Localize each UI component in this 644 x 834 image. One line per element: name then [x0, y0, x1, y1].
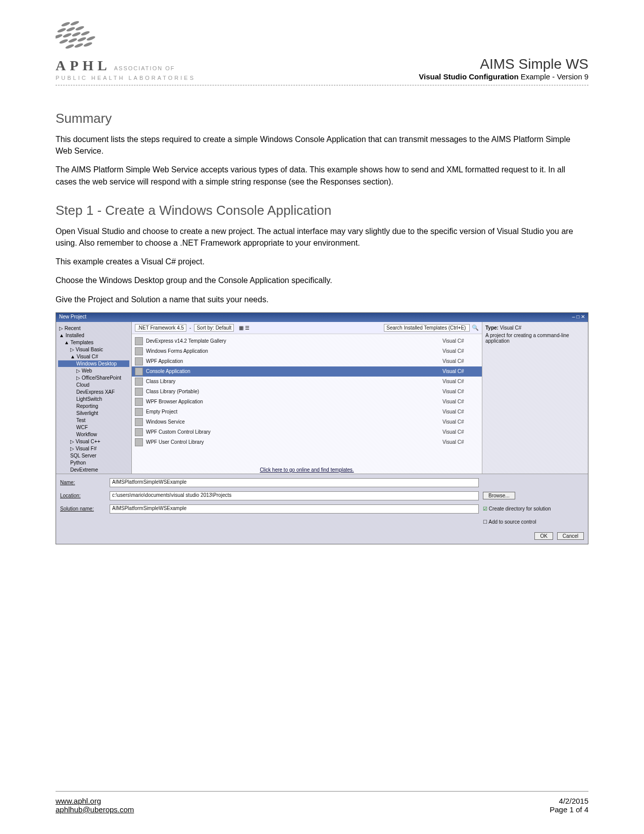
summary-p1: This document lists the steps required t…	[56, 133, 588, 157]
window-controls[interactable]: – □ ✕	[572, 314, 585, 321]
framework-selector[interactable]: .NET Framework 4.5	[135, 324, 186, 332]
solution-name-label: Solution name:	[60, 506, 106, 512]
template-row[interactable]: WPF User Control LibraryVisual C#	[132, 437, 482, 447]
template-list[interactable]: DevExpress v14.2 Template GalleryVisual …	[132, 334, 482, 466]
footer-email[interactable]: aphlhub@uberops.com	[56, 805, 134, 814]
svg-point-1	[70, 20, 80, 26]
svg-point-13	[65, 43, 75, 50]
template-row[interactable]: Windows Forms ApplicationVisual C#	[132, 346, 482, 356]
detail-description: A project for creating a command-line ap…	[485, 333, 585, 344]
online-templates-link[interactable]: Click here to go online and find templat…	[132, 466, 482, 474]
tree-cloud[interactable]: Cloud	[58, 382, 129, 388]
summary-heading: Summary	[56, 111, 588, 126]
create-dir-checkbox[interactable]: Create directory for solution	[483, 506, 551, 512]
template-detail-panel: Type: Visual C# A project for creating a…	[482, 322, 588, 474]
svg-point-12	[86, 35, 96, 41]
tree-office[interactable]: ▷ Office/SharePoint	[58, 375, 129, 381]
tree-lightswitch[interactable]: LightSwitch	[58, 396, 129, 402]
template-row[interactable]: WPF ApplicationVisual C#	[132, 356, 482, 366]
svg-point-3	[66, 26, 76, 32]
template-row[interactable]: Class Library (Portable)Visual C#	[132, 387, 482, 397]
tree-windows-desktop[interactable]: Windows Desktop	[58, 360, 129, 367]
svg-point-4	[75, 25, 85, 31]
sort-label: -	[189, 325, 191, 331]
location-label: Location:	[60, 493, 106, 498]
search-icon: 🔍	[472, 325, 479, 331]
tree-templates[interactable]: ▲ Templates	[58, 339, 129, 346]
footer-page: Page 1 of 4	[550, 805, 588, 814]
template-row[interactable]: WPF Browser ApplicationVisual C#	[132, 397, 482, 407]
ok-button[interactable]: OK	[534, 532, 553, 540]
template-icon	[135, 418, 143, 426]
footer-url[interactable]: www.aphl.org	[56, 797, 101, 805]
svg-point-5	[56, 33, 63, 39]
tree-sql[interactable]: SQL Server	[58, 452, 129, 459]
svg-point-11	[77, 36, 87, 42]
tree-vb[interactable]: ▷ Visual Basic	[58, 346, 129, 353]
footer-date: 4/2/2015	[559, 797, 588, 805]
tree-devextreme[interactable]: DevExtreme	[58, 467, 129, 473]
svg-point-6	[63, 32, 72, 38]
template-icon	[135, 438, 143, 446]
tree-reporting[interactable]: Reporting	[58, 403, 129, 409]
sort-selector[interactable]: Sort by: Default	[194, 324, 234, 332]
tree-test[interactable]: Test	[58, 417, 129, 424]
template-icon	[135, 347, 143, 355]
browse-button[interactable]: Browse...	[483, 492, 515, 499]
svg-point-8	[81, 30, 90, 36]
svg-point-7	[72, 31, 81, 37]
template-row-selected[interactable]: Console ApplicationVisual C#	[132, 366, 482, 377]
template-icon	[135, 428, 143, 436]
step1-heading: Step 1 - Create a Windows Console Applic…	[56, 203, 588, 218]
source-control-checkbox[interactable]: Add to source control	[483, 519, 536, 525]
tree-python[interactable]: Python	[58, 459, 129, 466]
dialog-titlebar: New Project – □ ✕	[56, 313, 588, 322]
org-logo-block: APHL ASSOCIATION OF PUBLIC HEALTH LABORA…	[56, 20, 195, 81]
template-icon	[135, 388, 143, 396]
summary-p2: The AIMS Platform Simple Web Service acc…	[56, 164, 588, 187]
tree-devexpress-xaf[interactable]: DevExpress XAF	[58, 389, 129, 395]
tree-vcpp[interactable]: ▷ Visual C++	[58, 438, 129, 445]
tree-silverlight[interactable]: Silverlight	[58, 410, 129, 416]
svg-point-15	[83, 41, 93, 48]
step1-p1: Open Visual Studio and choose to create …	[56, 225, 588, 249]
org-short: APHL	[56, 58, 111, 74]
svg-point-10	[68, 37, 78, 43]
tree-cs[interactable]: ▲ Visual C#	[58, 353, 129, 360]
template-row[interactable]: WPF Custom Control LibraryVisual C#	[132, 427, 482, 437]
svg-point-2	[57, 27, 67, 33]
template-row[interactable]: DevExpress v14.2 Template GalleryVisual …	[132, 336, 482, 346]
location-input[interactable]: c:\users\mario\documents\visual studio 2…	[110, 491, 479, 500]
detail-type-label: Type:	[485, 325, 499, 331]
svg-point-14	[74, 42, 84, 49]
detail-type-value: Visual C#	[500, 325, 522, 331]
org-line2: PUBLIC HEALTH LABORATORIES	[56, 75, 195, 81]
dialog-title: New Project	[59, 314, 86, 321]
aphl-logo-icon	[56, 20, 116, 56]
template-row[interactable]: Class LibraryVisual C#	[132, 377, 482, 387]
tree-recent[interactable]: ▷ Recent	[58, 325, 129, 332]
name-input[interactable]: AIMSPlatformSimpleWSExample	[110, 478, 479, 487]
tree-web[interactable]: ▷ Web	[58, 367, 129, 374]
template-icon	[135, 337, 143, 345]
svg-point-9	[59, 38, 69, 44]
template-tree[interactable]: ▷ Recent ▲ Installed ▲ Templates ▷ Visua…	[56, 322, 132, 474]
doc-subtitle: Visual Studio Configuration Example - Ve…	[419, 72, 588, 81]
tree-installed[interactable]: ▲ Installed	[58, 332, 129, 339]
cancel-button[interactable]: Cancel	[557, 532, 584, 540]
step1-p3: Choose the Windows Desktop group and the…	[56, 274, 588, 286]
step1-p4: Give the Project and Solution a name tha…	[56, 294, 588, 305]
solution-name-input[interactable]: AIMSPlatformSimpleWSExample	[110, 504, 479, 514]
doc-title: AIMS Simple WS	[419, 56, 588, 72]
tree-workflow[interactable]: Workflow	[58, 431, 129, 438]
template-row[interactable]: Empty ProjectVisual C#	[132, 407, 482, 417]
tree-wcf[interactable]: WCF	[58, 424, 129, 431]
template-row[interactable]: Windows ServiceVisual C#	[132, 417, 482, 427]
template-icon	[135, 408, 143, 416]
view-icons[interactable]: ▦ ☰	[239, 325, 250, 331]
template-icon	[135, 357, 143, 365]
template-icon	[135, 367, 143, 376]
step1-p2: This example creates a Visual C# project…	[56, 256, 588, 267]
tree-vfs[interactable]: ▷ Visual F#	[58, 445, 129, 452]
search-templates-input[interactable]: Search Installed Templates (Ctrl+E)	[384, 324, 470, 332]
